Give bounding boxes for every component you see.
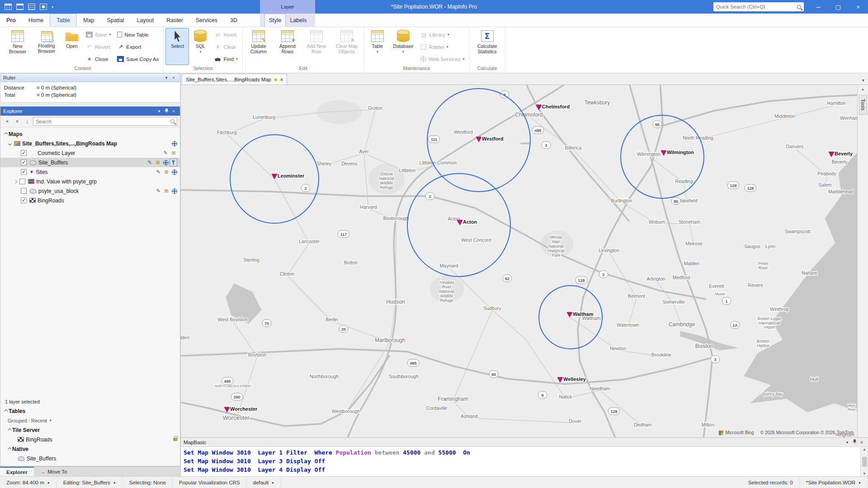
table-item-row[interactable]: BingRoads: [0, 435, 180, 444]
status-item[interactable]: default▲: [246, 477, 281, 488]
floating-browser-button[interactable]: Floating Browser: [33, 28, 61, 65]
layer-checkbox[interactable]: ✓: [21, 169, 27, 175]
scrollbar-thumb[interactable]: [862, 457, 867, 467]
web-services-button[interactable]: Web Services▾: [418, 53, 467, 65]
ribbon-tab-spatial[interactable]: Spatial: [100, 14, 130, 27]
chevron-down-icon[interactable]: ▾: [163, 75, 170, 80]
library-button[interactable]: ▤ Library▾: [418, 29, 467, 40]
status-item[interactable]: Selecting: None: [123, 477, 173, 488]
pin-icon[interactable]: [163, 108, 170, 114]
status-item[interactable]: Popular Visualization CRS: [173, 477, 247, 488]
edit-style-icon[interactable]: ✎: [155, 169, 162, 176]
layer-row[interactable]: ✓Cosmetic Layer✎⊞: [0, 148, 180, 158]
map-node[interactable]: Site_Buffers,Sites,...,BingRoads Map: [0, 139, 180, 148]
scroll-down-icon[interactable]: ▼: [863, 472, 866, 476]
tab-labels[interactable]: Labels: [286, 14, 311, 27]
layer-checkbox[interactable]: ✓: [21, 197, 27, 203]
layer-style-icon[interactable]: [172, 188, 177, 194]
select-button[interactable]: Select: [165, 28, 189, 65]
close-panel-icon[interactable]: ×: [170, 75, 177, 80]
sql-button[interactable]: SQL ▾: [190, 28, 211, 65]
add-to-map-icon[interactable]: +: [3, 117, 11, 126]
mapbasic-scrollbar[interactable]: ▲ ▼: [860, 447, 868, 476]
tab-move-to[interactable]: → Move To: [34, 467, 74, 476]
ribbon-tab-map[interactable]: Map: [77, 14, 100, 27]
layer-row[interactable]: ✓BingRoads: [0, 196, 180, 205]
clear-button[interactable]: × Clear: [212, 41, 240, 52]
add-new-row-button[interactable]: Add New Row: [302, 28, 330, 65]
close-button[interactable]: ×: [848, 0, 868, 14]
status-item[interactable]: Editing: Site_Buffers▲: [57, 477, 123, 488]
map-document-tab[interactable]: Site_Buffers,Sites,....BingRoads Map ◆ ×: [182, 74, 287, 84]
window-list-arrow-icon[interactable]: ▾: [862, 78, 868, 84]
explorer-search-box[interactable]: [33, 117, 177, 126]
ribbon-tab-table[interactable]: Table: [50, 14, 77, 27]
tab-explorer[interactable]: Explorer: [0, 467, 34, 476]
close-panel-icon[interactable]: ×: [170, 109, 177, 113]
map-svg[interactable]: LunenburgFitchburgGrotonChelmsfordTewksb…: [181, 85, 857, 437]
clear-map-objects-button[interactable]: × Clear Map Objects: [331, 28, 362, 65]
table-item-row[interactable]: Site_Buffers: [0, 454, 180, 463]
collapse-chevron-icon[interactable]: ▴: [862, 87, 864, 91]
move-down-icon[interactable]: ↓: [23, 117, 31, 126]
layer-checkbox[interactable]: ✓: [21, 160, 27, 165]
table-group-header[interactable]: Tile Server: [0, 425, 180, 435]
save-copy-as-button[interactable]: Save Copy As: [114, 53, 161, 65]
new-browser-button[interactable]: New Browser: [4, 28, 32, 65]
open-table-icon[interactable]: [16, 4, 24, 10]
raster-button[interactable]: Raster▾: [418, 41, 467, 52]
layer-style-icon[interactable]: [172, 169, 177, 175]
tables-section-header[interactable]: Tables: [0, 406, 180, 416]
tables-grouping-row[interactable]: Grouped : Recent ▾: [0, 416, 180, 425]
open-button[interactable]: Open: [61, 28, 82, 65]
minimize-button[interactable]: ─: [808, 0, 828, 14]
filter-icon[interactable]: [170, 159, 177, 166]
append-rows-button[interactable]: + Append Rows: [274, 28, 302, 65]
close-table-button[interactable]: × Close: [83, 53, 113, 65]
maximize-button[interactable]: ▢: [828, 0, 848, 14]
qat-customize-arrow[interactable]: ▾: [52, 5, 53, 9]
new-browser-icon[interactable]: [5, 4, 12, 10]
ribbon-tab-services[interactable]: Services: [189, 14, 224, 27]
maps-section-header[interactable]: Maps: [0, 129, 180, 139]
layer-row[interactable]: ✓Site_Buffers✎⊞: [0, 158, 180, 167]
calculate-statistics-button[interactable]: Σ Calculate Statistics: [472, 28, 503, 65]
layer-row[interactable]: ✓▼Sites✎⊞: [0, 167, 180, 177]
layer-style-icon[interactable]: [163, 160, 169, 165]
mapbasic-code[interactable]: Set Map Window 3010 Layer 1 Filter Where…: [181, 447, 860, 476]
find-button[interactable]: Find▾: [212, 53, 240, 65]
ribbon-tab-layout[interactable]: Layout: [131, 14, 160, 27]
status-item[interactable]: Zoom: 84.400 m▲: [0, 477, 57, 488]
expand-icon[interactable]: [14, 179, 17, 183]
ribbon-tab-pro[interactable]: Pro: [0, 14, 22, 27]
layer-checkbox[interactable]: [21, 188, 27, 194]
table-maintenance-button[interactable]: Table ▾: [366, 28, 389, 65]
layer-row[interactable]: Ind. Value with psyte_grp: [0, 177, 180, 186]
database-button[interactable]: Database ▾: [390, 28, 417, 65]
edit-style-icon[interactable]: ✎: [162, 150, 169, 157]
layer-checkbox[interactable]: ✓: [21, 150, 27, 156]
add-theme-icon[interactable]: ⊞: [154, 159, 161, 166]
edit-style-icon[interactable]: ✎: [155, 188, 162, 195]
ribbon-tab-home[interactable]: Home: [22, 14, 50, 27]
add-theme-icon[interactable]: ⊞: [163, 188, 170, 195]
chevron-down-icon[interactable]: ▾: [156, 109, 163, 113]
tools-tab[interactable]: Tools: [859, 95, 867, 115]
table-group-header[interactable]: Native: [0, 444, 180, 454]
edit-style-icon[interactable]: ✎: [146, 159, 153, 166]
status-item[interactable]: *Site Popilation.WOR▲: [800, 477, 868, 488]
close-panel-icon[interactable]: ×: [858, 440, 865, 445]
ribbon-tab-3d[interactable]: 3D: [224, 14, 244, 27]
add-theme-icon[interactable]: ⊞: [170, 150, 177, 157]
save-button[interactable]: Save▾: [83, 29, 113, 40]
map-options-globe-icon[interactable]: [172, 141, 177, 146]
quick-search-box[interactable]: [713, 2, 804, 11]
invert-button[interactable]: ⇄ Invert: [212, 29, 240, 40]
update-column-button[interactable]: ✎ Update Column: [245, 28, 273, 65]
close-tab-icon[interactable]: ×: [280, 77, 283, 82]
layer-checkbox[interactable]: [19, 178, 25, 184]
layer-row[interactable]: psyte_usa_block✎⊞: [0, 186, 180, 196]
copy-icon[interactable]: [28, 4, 35, 10]
ribbon-tab-raster[interactable]: Raster: [160, 14, 189, 27]
remove-icon[interactable]: ×: [13, 117, 21, 126]
